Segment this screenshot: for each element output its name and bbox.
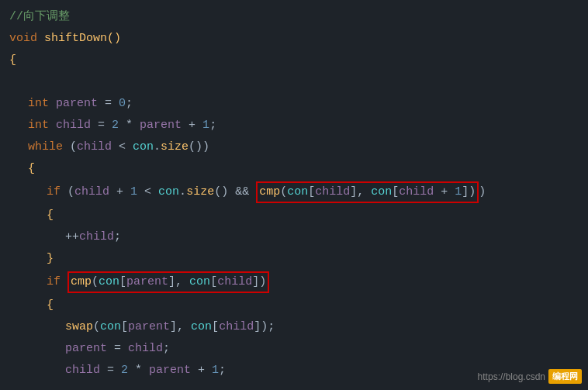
func-name: shiftDown bbox=[44, 29, 107, 48]
open-brace-outer: { bbox=[0, 50, 588, 71]
open-brace-if2: { bbox=[0, 295, 588, 316]
assign-parent-line: parent = child; bbox=[0, 338, 588, 360]
close-brace-if1: } bbox=[0, 248, 588, 270]
open-brace-while: { bbox=[0, 158, 588, 180]
paren-open: () bbox=[107, 29, 121, 48]
watermark: https://blog.csdn 编程网 bbox=[478, 369, 582, 384]
keyword-void: void bbox=[9, 29, 44, 48]
while-line: while (child < con.size()) bbox=[0, 136, 588, 158]
comment-line: //向下调整 bbox=[0, 6, 588, 28]
open-brace-if1: { bbox=[0, 205, 588, 226]
decl-parent-line: int parent = 0; bbox=[0, 93, 588, 115]
swap-line: swap(con[parent], con[child]); bbox=[0, 316, 588, 338]
incr-child-line: ++child; bbox=[0, 226, 588, 248]
blank-line-1 bbox=[0, 71, 588, 93]
watermark-text: https://blog.csdn bbox=[478, 371, 545, 382]
if-line-1: if (child + 1 < con.size() && cmp(con[ch… bbox=[0, 180, 588, 205]
if-line-2: if cmp(con[parent], con[child]) bbox=[0, 270, 588, 295]
decl-child-line: int child = 2 * parent + 1; bbox=[0, 115, 588, 136]
watermark-badge: 编程网 bbox=[548, 369, 582, 384]
brace: { bbox=[9, 51, 16, 70]
highlight-cmp-1: cmp(con[child], con[child + 1]) bbox=[256, 181, 479, 203]
code-container: //向下调整 void shiftDown() { int parent = 0… bbox=[0, 0, 588, 390]
func-signature-line: void shiftDown() bbox=[0, 28, 588, 50]
highlight-cmp-2: cmp(con[parent], con[child]) bbox=[67, 271, 269, 293]
